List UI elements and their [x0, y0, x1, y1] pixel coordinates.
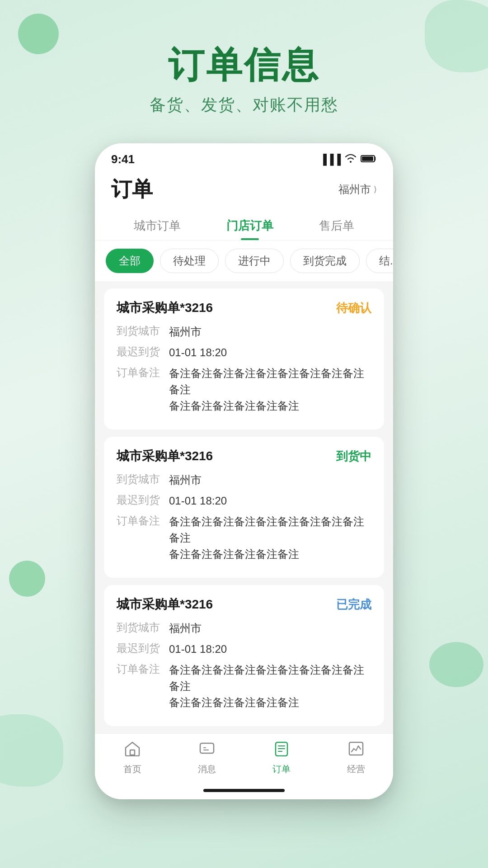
order-city-row-2: 到货城市 福州市: [117, 472, 371, 488]
order-status-2: 到货中: [336, 448, 371, 464]
wifi-icon: [344, 154, 357, 165]
nav-manage-label: 经营: [347, 763, 365, 775]
order-card-2[interactable]: 城市采购单*3216 到货中 到货城市 福州市 最迟到货 01-01 18:20…: [104, 437, 384, 578]
date-value-2: 01-01 18:20: [169, 493, 227, 509]
city-value-2: 福州市: [169, 472, 202, 488]
note-value-3: 备注备注备注备注备注备注备注备注备注备注备注备注备注备注备注备注: [169, 662, 371, 711]
status-time: 9:41: [111, 152, 135, 166]
filter-arrived[interactable]: 到货完成: [290, 249, 360, 273]
filter-in-progress[interactable]: 进行中: [225, 249, 284, 273]
order-city-row-1: 到货城市 福州市: [117, 324, 371, 340]
nav-home[interactable]: 首页: [123, 741, 141, 775]
tab-after-sales[interactable]: 售后单: [319, 211, 354, 240]
order-header-2: 城市采购单*3216 到货中: [117, 448, 371, 465]
home-icon: [124, 741, 141, 760]
svg-rect-2: [130, 750, 135, 755]
app-header-title: 订单: [111, 175, 153, 203]
app-header: 订单 福州市 ⟩: [95, 171, 393, 211]
decorative-blob-3: [429, 642, 483, 687]
order-date-row-1: 最迟到货 01-01 18:20: [117, 344, 371, 361]
order-card-3[interactable]: 城市采购单*3216 已完成 到货城市 福州市 最迟到货 01-01 18:20…: [104, 585, 384, 726]
nav-manage[interactable]: 经营: [347, 741, 365, 775]
order-header-3: 城市采购单*3216 已完成: [117, 596, 371, 613]
page-subtitle: 备货、发货、对账不用愁: [0, 94, 488, 116]
order-note-row-2: 订单备注 备注备注备注备注备注备注备注备注备注备注备注备注备注备注备注备注: [117, 514, 371, 562]
order-status-1: 待确认: [336, 300, 371, 316]
city-value-1: 福州市: [169, 324, 202, 340]
page-title: 订单信息: [0, 45, 488, 85]
order-card-1[interactable]: 城市采购单*3216 待确认 到货城市 福州市 最迟到货 01-01 18:20…: [104, 288, 384, 429]
phone-wrapper: 9:41 ▐▐▐: [0, 134, 488, 799]
nav-order[interactable]: 订单: [272, 741, 291, 775]
header-area: 订单信息 备货、发货、对账不用愁: [0, 0, 488, 134]
city-value-3: 福州市: [169, 620, 202, 637]
decorative-blob-2: [425, 0, 488, 72]
note-value-1: 备注备注备注备注备注备注备注备注备注备注备注备注备注备注备注备注: [169, 365, 371, 414]
order-header-1: 城市采购单*3216 待确认: [117, 299, 371, 316]
nav-message-label: 消息: [198, 763, 216, 775]
city-label-3: 到货城市: [117, 620, 162, 635]
order-date-row-2: 最迟到货 01-01 18:20: [117, 493, 371, 509]
note-label-1: 订单备注: [117, 365, 162, 380]
tab-store-order[interactable]: 门店订单: [226, 211, 273, 240]
svg-rect-1: [362, 156, 373, 161]
status-bar: 9:41 ▐▐▐: [95, 143, 393, 171]
order-note-row-3: 订单备注 备注备注备注备注备注备注备注备注备注备注备注备注备注备注备注备注: [117, 662, 371, 711]
date-label-1: 最迟到货: [117, 344, 162, 359]
tab-city-order[interactable]: 城市订单: [134, 211, 181, 240]
location-text: 福州市: [338, 182, 371, 197]
filter-more[interactable]: 结...: [366, 249, 393, 273]
location-area[interactable]: 福州市 ⟩: [338, 182, 377, 197]
city-label-1: 到货城市: [117, 324, 162, 338]
order-status-3: 已完成: [336, 597, 371, 613]
order-icon: [273, 741, 290, 760]
filter-pending[interactable]: 待处理: [160, 249, 219, 273]
nav-message[interactable]: 消息: [198, 741, 216, 775]
order-note-row-1: 订单备注 备注备注备注备注备注备注备注备注备注备注备注备注备注备注备注备注: [117, 365, 371, 414]
nav-order-label: 订单: [272, 763, 291, 775]
svg-rect-3: [200, 743, 214, 753]
signal-icon: ▐▐▐: [319, 154, 341, 165]
city-label-2: 到货城市: [117, 472, 162, 486]
filter-all[interactable]: 全部: [106, 249, 154, 273]
filter-row: 全部 待处理 进行中 到货完成 结...: [95, 241, 393, 281]
date-value-1: 01-01 18:20: [169, 344, 227, 361]
order-city-row-3: 到货城市 福州市: [117, 620, 371, 637]
home-bar: [203, 789, 285, 792]
decorative-blob-4: [9, 561, 45, 597]
battery-icon: [361, 154, 377, 165]
order-id-3: 城市采购单*3216: [117, 596, 213, 613]
message-icon: [199, 741, 215, 760]
tabs-bar: 城市订单 门店订单 售后单: [95, 211, 393, 241]
chevron-down-icon: ⟩: [374, 184, 377, 194]
date-label-3: 最迟到货: [117, 641, 162, 656]
status-icons: ▐▐▐: [319, 154, 377, 165]
note-label-2: 订单备注: [117, 514, 162, 528]
date-label-2: 最迟到货: [117, 493, 162, 507]
note-value-2: 备注备注备注备注备注备注备注备注备注备注备注备注备注备注备注备注: [169, 514, 371, 562]
order-date-row-3: 最迟到货 01-01 18:20: [117, 641, 371, 657]
bottom-nav: 首页 消息 订单: [95, 733, 393, 784]
nav-home-label: 首页: [123, 763, 141, 775]
phone-mockup: 9:41 ▐▐▐: [95, 143, 393, 799]
decorative-blob-1: [18, 14, 59, 54]
note-label-3: 订单备注: [117, 662, 162, 676]
date-value-3: 01-01 18:20: [169, 641, 227, 657]
order-list: 城市采购单*3216 待确认 到货城市 福州市 最迟到货 01-01 18:20…: [95, 281, 393, 733]
order-id-1: 城市采购单*3216: [117, 299, 213, 316]
manage-icon: [348, 741, 364, 760]
home-indicator: [95, 784, 393, 799]
order-id-2: 城市采购单*3216: [117, 448, 213, 465]
